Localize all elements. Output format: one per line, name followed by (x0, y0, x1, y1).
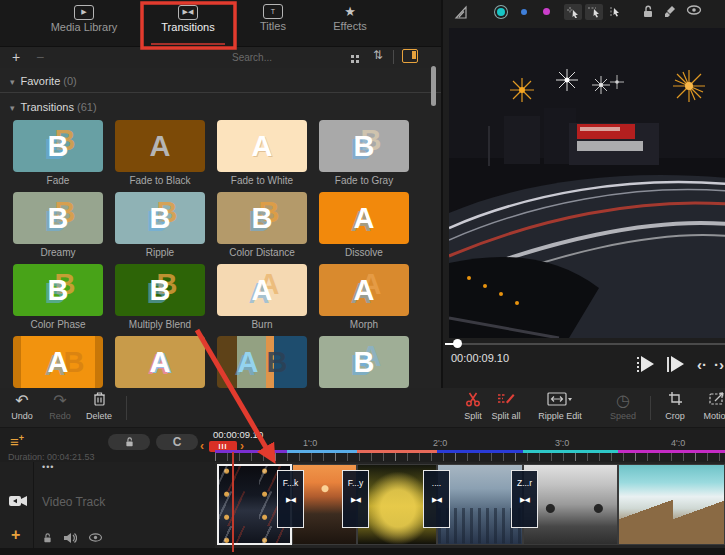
play-from-start-button[interactable] (667, 356, 684, 372)
glyph-front: A (252, 274, 273, 307)
cyan-marker-dot[interactable] (497, 8, 505, 16)
motion-icon (695, 391, 725, 411)
playhead-left-chevron[interactable]: ‹ (200, 439, 204, 453)
tab-effects[interactable]: ★ Effects (318, 4, 382, 46)
transition-label: Fade (13, 172, 103, 192)
brush-icon[interactable] (663, 4, 678, 20)
timeline-transition[interactable]: F...y ▶◀ (342, 470, 369, 528)
transition-item-multiply-blend[interactable]: BB Multiply Blend (115, 264, 205, 336)
timeline-transition[interactable]: F...k ▶◀ (277, 470, 304, 528)
transition-item[interactable]: A (115, 336, 205, 388)
track-lock-icon[interactable] (42, 532, 53, 544)
section-transitions[interactable]: ▾Transitions (61) (0, 96, 441, 119)
section-count: (61) (77, 101, 97, 113)
media-library-icon: ▶ (74, 5, 94, 20)
crop-button[interactable]: Crop (657, 391, 693, 421)
track-visibility-icon[interactable] (88, 532, 103, 543)
snap-cursor-icon[interactable] (564, 4, 582, 20)
clip-mountains[interactable] (618, 464, 725, 545)
transition-item-ripple[interactable]: BB Ripple (115, 192, 205, 264)
transitions-grid: BB Fade A Fade to Black A Fade to White … (13, 120, 421, 388)
transition-label: Fade to Gray (319, 172, 409, 192)
sort-icon[interactable]: ⇅ (373, 48, 383, 62)
transition-name: .... (424, 478, 449, 488)
transition-icon: ▶◀ (278, 496, 303, 504)
tab-titles[interactable]: T Titles (245, 4, 301, 46)
track-cursor-icon[interactable] (606, 4, 624, 20)
transition-item-fade-to-white[interactable]: A Fade to White (217, 120, 307, 192)
transition-item[interactable]: BA (13, 336, 103, 388)
transition-item-morph[interactable]: AA Morph (319, 264, 409, 336)
transition-item-fade[interactable]: BB Fade (13, 120, 103, 192)
panel-toggle-icon[interactable] (402, 49, 418, 63)
magenta-marker-dot[interactable] (543, 8, 550, 15)
transition-item-color-distance[interactable]: BB Color Distance (217, 192, 307, 264)
ripple-edit-button[interactable]: Ripple Edit (532, 391, 588, 421)
library-panel: ▶ Media Library ▶◀ Transitions T Titles … (0, 0, 441, 388)
scrollbar[interactable] (431, 66, 436, 106)
transition-item[interactable]: BA (217, 336, 307, 388)
add-button[interactable]: + (12, 48, 20, 66)
preview-video-frame (449, 28, 725, 338)
eye-icon[interactable] (686, 4, 702, 20)
delete-button[interactable]: Delete (80, 391, 118, 421)
motion-button[interactable]: Motion (695, 391, 725, 421)
ruler-label: 4':0 (671, 438, 685, 448)
remove-button[interactable]: − (36, 48, 44, 66)
playhead-line (232, 452, 234, 552)
set-square-icon[interactable] (453, 4, 469, 20)
play-icon (641, 356, 654, 372)
step-forward-button[interactable]: ·› (714, 356, 724, 373)
playhead-timecode: 00:00:09.10 (213, 429, 263, 440)
select-cursor-icon[interactable] (585, 4, 603, 20)
glyph-front: A (354, 202, 375, 235)
divider (393, 50, 394, 64)
undo-button[interactable]: ↶Undo (4, 391, 40, 421)
track-menu-dots[interactable]: ••• (42, 462, 54, 472)
transition-item-burn[interactable]: AA Burn (217, 264, 307, 336)
redo-button[interactable]: ↷Redo (42, 391, 78, 421)
section-favorite[interactable]: ▾Favorite (0) (0, 70, 441, 93)
track-mute-icon[interactable] (63, 532, 77, 544)
motion-label: Motion (703, 411, 725, 421)
transition-item-color-phase[interactable]: BB Color Phase (13, 264, 103, 336)
tab-media-library[interactable]: ▶ Media Library (38, 4, 130, 46)
search-input[interactable] (230, 49, 325, 65)
chevron-down-icon: ▾ (10, 77, 15, 87)
transition-item-dreamy[interactable]: BB Dreamy (13, 192, 103, 264)
transition-item-fade-to-black[interactable]: A Fade to Black (115, 120, 205, 192)
divider (33, 462, 34, 548)
speed-button[interactable]: ◷ Speed (603, 391, 643, 421)
lock-icon[interactable] (641, 4, 655, 20)
ruler-ticks[interactable] (215, 453, 725, 461)
bottom-strip (0, 548, 725, 555)
blue-marker-dot[interactable] (521, 9, 527, 15)
redo-icon: ↷ (42, 391, 78, 411)
glyph-front: A (150, 346, 171, 379)
timeline-lock-button[interactable] (108, 434, 150, 450)
snap-magnet-button[interactable]: C (156, 434, 198, 450)
timeline-clips: F...k ▶◀ F...y ▶◀ .... ▶◀ Z...r ▶◀ (215, 462, 725, 548)
add-clip-button[interactable]: + (11, 526, 20, 544)
transition-item-fade-to-gray[interactable]: BB Fade to Gray (319, 120, 409, 192)
play-icon (671, 356, 684, 372)
edit-toolbar: ↶Undo ↷Redo Delete Split Split all Rippl… (0, 388, 725, 428)
add-track-icon[interactable]: ≡+ (10, 433, 24, 450)
tab-transitions[interactable]: ▶◀ Transitions (150, 4, 226, 46)
speed-gauge-icon: ◷ (603, 391, 643, 411)
step-back-button[interactable]: ‹· (697, 356, 707, 373)
preview-seekbar[interactable] (445, 343, 725, 345)
play-button[interactable] (637, 356, 654, 372)
app: ▶ Media Library ▶◀ Transitions T Titles … (0, 0, 725, 555)
transition-item-dissolve[interactable]: A Dissolve (319, 192, 409, 264)
section-label: Favorite (21, 75, 61, 87)
seekbar-handle[interactable] (453, 339, 462, 348)
ripple-edit-icon (532, 391, 588, 411)
grid-view-icon[interactable] (351, 55, 354, 58)
transition-item[interactable]: AB (319, 336, 409, 388)
split-all-button[interactable]: Split all (484, 391, 528, 421)
timeline-transition[interactable]: .... ▶◀ (423, 470, 450, 528)
timeline-header: ≡+ C Duration: 00:04:21.53 00:00:09.10 ‹… (0, 428, 725, 462)
glyph-front: B (48, 274, 69, 307)
timeline-transition[interactable]: Z...r ▶◀ (511, 470, 538, 528)
